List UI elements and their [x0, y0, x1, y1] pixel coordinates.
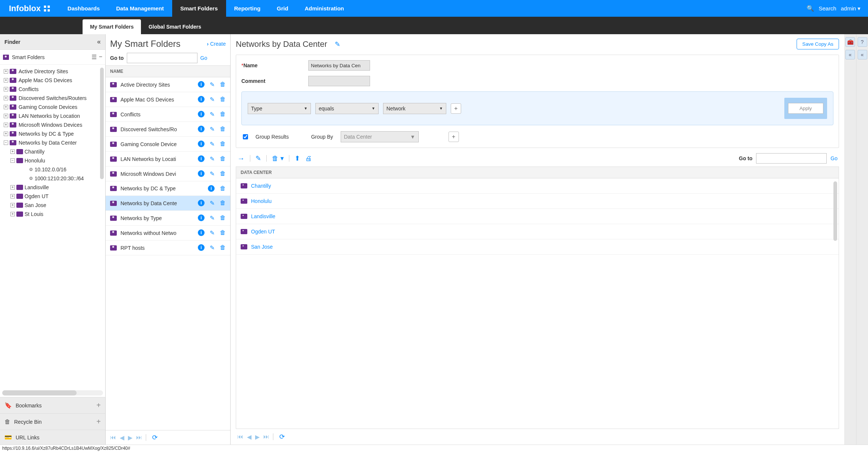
smart-folder-row[interactable]: Microsoft Windows Devii✎🗑: [106, 167, 230, 181]
info-icon[interactable]: i: [208, 185, 215, 192]
result-row[interactable]: Chantilly: [236, 178, 839, 194]
tree-node[interactable]: ⚙1000:1210:20:30::/64: [1, 174, 105, 183]
tree-node[interactable]: +Apple Mac OS Devices: [1, 76, 105, 85]
smart-folder-row[interactable]: Networks by DC & Typei🗑: [106, 181, 230, 196]
info-icon[interactable]: i: [198, 111, 205, 117]
edit-icon[interactable]: ✎: [210, 170, 215, 177]
smart-folder-row[interactable]: Networks without Netwoi✎🗑: [106, 226, 230, 240]
pager-next-icon[interactable]: ▶: [128, 434, 132, 441]
edit-icon[interactable]: ✎: [210, 126, 215, 133]
create-link[interactable]: › Create: [207, 41, 226, 47]
minus-icon[interactable]: −: [99, 54, 102, 61]
smart-folder-row[interactable]: Discovered Switches/Roi✎🗑: [106, 122, 230, 137]
result-name[interactable]: Honolulu: [251, 198, 271, 204]
edit-icon[interactable]: ✎: [210, 244, 215, 251]
go-link[interactable]: Go: [200, 55, 208, 61]
info-icon[interactable]: i: [198, 155, 205, 162]
smart-folder-row[interactable]: Active Directory Sitesi✎🗑: [106, 77, 230, 92]
smart-folder-row[interactable]: RPT hostsi✎🗑: [106, 240, 230, 255]
delete-icon[interactable]: 🗑: [220, 96, 226, 103]
delete-icon[interactable]: 🗑 ▾: [272, 154, 284, 162]
edit-icon[interactable]: ✎: [210, 200, 215, 207]
finder-recycle-bin[interactable]: 🗑 Recycle Bin +: [0, 413, 105, 430]
expander-icon[interactable]: +: [10, 185, 15, 190]
delete-icon[interactable]: 🗑: [220, 155, 226, 162]
info-icon[interactable]: i: [198, 200, 205, 206]
add-filter-button[interactable]: +: [451, 103, 461, 114]
tree-node[interactable]: +Ogden UT: [1, 192, 105, 201]
pager-first-icon[interactable]: ⏮: [237, 433, 243, 440]
finder-url-links[interactable]: 💳 URL Links: [0, 430, 105, 445]
delete-icon[interactable]: 🗑: [220, 141, 226, 148]
add-bookmark-icon[interactable]: +: [96, 401, 101, 410]
collapse-rail-icon[interactable]: «: [845, 50, 855, 59]
subnav-tab-my-smart-folders[interactable]: My Smart Folders: [83, 19, 141, 34]
refresh-icon[interactable]: ⟳: [152, 433, 158, 442]
topnav-tab-grid[interactable]: Grid: [269, 0, 296, 17]
collapse-help-icon[interactable]: «: [858, 50, 867, 59]
topnav-tab-data-management[interactable]: Data Management: [108, 0, 172, 17]
result-row[interactable]: Ogden UT: [236, 224, 839, 239]
delete-icon[interactable]: 🗑: [220, 111, 226, 118]
tree-node[interactable]: +Chantilly: [1, 147, 105, 156]
goto-input[interactable]: [127, 53, 197, 63]
info-icon[interactable]: i: [198, 244, 205, 251]
info-icon[interactable]: i: [198, 126, 205, 132]
smart-folder-row[interactable]: Conflictsi✎🗑: [106, 107, 230, 122]
result-name[interactable]: Ogden UT: [251, 229, 275, 235]
expander-icon[interactable]: +: [4, 87, 8, 91]
comment-input[interactable]: [308, 76, 370, 86]
info-icon[interactable]: i: [198, 81, 205, 88]
tree-node[interactable]: −Honolulu: [1, 156, 105, 165]
expander-icon[interactable]: −: [10, 158, 15, 163]
delete-icon[interactable]: 🗑: [220, 126, 226, 133]
toolbox-icon[interactable]: 🧰: [845, 37, 855, 47]
smart-folder-row[interactable]: Gaming Console Devicei✎🗑: [106, 137, 230, 152]
edit-icon[interactable]: ✎: [210, 81, 215, 88]
result-name[interactable]: Chantilly: [251, 183, 271, 189]
tree-node[interactable]: +San Jose: [1, 201, 105, 210]
info-icon[interactable]: i: [198, 170, 205, 177]
expander-icon[interactable]: +: [4, 96, 8, 100]
expander-icon[interactable]: +: [10, 149, 15, 154]
pager-last-icon[interactable]: ⏭: [263, 433, 269, 440]
results-goto-input[interactable]: [756, 153, 827, 164]
results-go-link[interactable]: Go: [830, 155, 838, 161]
pager-prev-icon[interactable]: ◀: [120, 434, 124, 441]
hscroll-thumb[interactable]: [2, 390, 77, 396]
tree-node[interactable]: −Networks by Data Center: [1, 138, 105, 147]
tree-node[interactable]: +Microsoft Windows Devices: [1, 120, 105, 129]
search-label[interactable]: Search: [819, 5, 836, 12]
add-recycle-icon[interactable]: +: [96, 417, 101, 426]
tree-scrollbar[interactable]: [100, 68, 104, 179]
tree-node[interactable]: +Networks by DC & Type: [1, 129, 105, 138]
expander-icon[interactable]: +: [10, 203, 15, 207]
expander-icon[interactable]: −: [4, 141, 8, 145]
print-icon[interactable]: 🖨: [305, 155, 312, 162]
help-icon[interactable]: ?: [858, 37, 867, 47]
smart-folder-row[interactable]: Networks by Data Centei✎🗑: [106, 196, 230, 211]
tree-node[interactable]: ⚙10.102.0.0/16: [1, 165, 105, 174]
tree-node[interactable]: +Discovered Switches/Routers: [1, 94, 105, 103]
list-icon[interactable]: ☰: [91, 54, 97, 61]
search-icon[interactable]: 🔍: [807, 5, 814, 12]
expander-icon[interactable]: +: [4, 105, 8, 109]
delete-icon[interactable]: 🗑: [220, 200, 226, 207]
tree-hscroll[interactable]: [2, 390, 103, 396]
delete-icon[interactable]: 🗑: [220, 214, 226, 222]
apply-button[interactable]: Apply: [788, 103, 823, 114]
delete-icon[interactable]: 🗑: [220, 244, 226, 251]
pager-first-icon[interactable]: ⏮: [110, 434, 116, 441]
info-icon[interactable]: i: [198, 214, 205, 221]
info-icon[interactable]: i: [198, 229, 205, 236]
tree-node[interactable]: +St Louis: [1, 210, 105, 219]
edit-icon[interactable]: ✎: [210, 111, 215, 118]
expander-icon[interactable]: +: [4, 132, 8, 136]
delete-icon[interactable]: 🗑: [220, 229, 226, 236]
tree-node[interactable]: +Conflicts: [1, 85, 105, 94]
filter-field-select[interactable]: Type▼: [248, 103, 311, 114]
delete-icon[interactable]: 🗑: [220, 170, 226, 177]
tree-node[interactable]: +Landisville: [1, 183, 105, 192]
info-icon[interactable]: i: [198, 141, 205, 147]
delete-icon[interactable]: 🗑: [220, 81, 226, 88]
